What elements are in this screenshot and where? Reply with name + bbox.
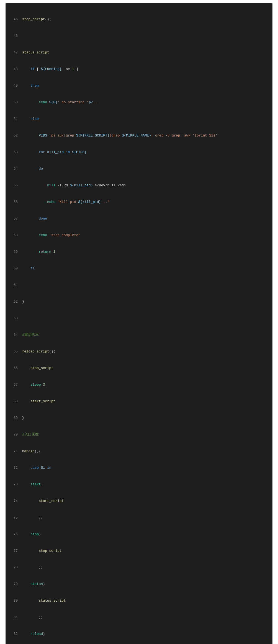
code-line-61: 61 — [10, 282, 268, 288]
code-line-64: 64 #重启脚本 — [10, 332, 268, 338]
code-line-75: 75 ;; — [10, 515, 268, 521]
code-line-56: 56 echo "Kill pid ${kill_pid} .." — [10, 199, 268, 205]
code-line-60: 60 fi — [10, 266, 268, 271]
code-line-62: 62 } — [10, 299, 268, 305]
code-line-58: 58 echo 'stop complete' — [10, 233, 268, 238]
code-line-78: 78 ;; — [10, 565, 268, 570]
code-line-54: 54 do — [10, 166, 268, 172]
code-line-45: 45 stop_script(){ — [10, 17, 268, 22]
code-line-73: 73 start) — [10, 482, 268, 487]
code-line-47: 47 status_script — [10, 50, 268, 55]
code-line-65: 65 reload_script(){ — [10, 349, 268, 354]
code-line-55: 55 kill -TERM ${kill_pid} >/dev/null 2>&… — [10, 183, 268, 188]
code-line-46: 46 — [10, 33, 268, 39]
code-line-52: 52 PIDS=`ps aux|grep ${MIKKLE_SCRIPT}|gr… — [10, 133, 268, 138]
code-line-77: 77 stop_script — [10, 548, 268, 554]
code-line-80: 80 status_script — [10, 598, 268, 604]
code-line-67: 67 sleep 3 — [10, 382, 268, 388]
code-line-53: 53 for kill_pid in ${PIDS} — [10, 150, 268, 155]
code-line-82: 82 reload) — [10, 631, 268, 637]
code-line-50: 50 echo ${0}' no starting '$?... — [10, 100, 268, 105]
code-line-51: 51 else — [10, 116, 268, 122]
code-line-79: 79 status) — [10, 581, 268, 587]
main-code-block: 45 stop_script(){ 46 47 status_script 48… — [6, 3, 272, 644]
code-line-49: 49 then — [10, 83, 268, 89]
code-line-70: 70 #入口函数 — [10, 432, 268, 437]
page-wrapper: 45 stop_script(){ 46 47 status_script 48… — [0, 3, 278, 644]
code-line-76: 76 stop) — [10, 532, 268, 537]
code-line-81: 81 ;; — [10, 615, 268, 620]
code-line-66: 66 stop_script — [10, 365, 268, 371]
code-line-68: 68 start_script — [10, 399, 268, 404]
code-line-48: 48 if [ ${running} -ne 1 ] — [10, 66, 268, 72]
code-line-57: 57 done — [10, 216, 268, 221]
code-line-72: 72 case $1 in — [10, 465, 268, 471]
code-line-74: 74 start_script — [10, 498, 268, 504]
code-line-63: 63 — [10, 316, 268, 321]
code-line-69: 69 } — [10, 415, 268, 421]
code-line-59: 59 return 1 — [10, 249, 268, 255]
code-line-71: 71 handle(){ — [10, 449, 268, 454]
